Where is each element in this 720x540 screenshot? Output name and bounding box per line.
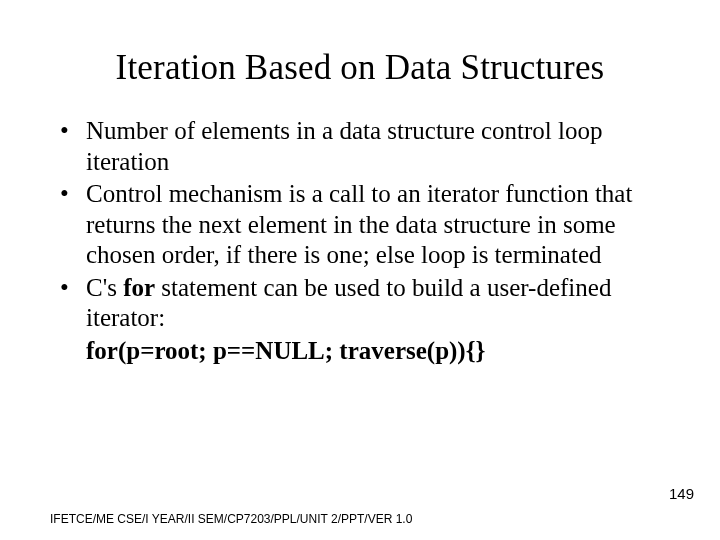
code-line: for(p=root; p==NULL; traverse(p)){} <box>50 336 670 367</box>
page-number: 149 <box>669 485 694 502</box>
bullet-text: C's <box>86 274 123 301</box>
slide-title: Iteration Based on Data Structures <box>50 48 670 88</box>
bullet-item: Number of elements in a data structure c… <box>58 116 670 177</box>
keyword-for: for <box>123 274 155 301</box>
slide: Iteration Based on Data Structures Numbe… <box>0 0 720 540</box>
bullet-item: Control mechanism is a call to an iterat… <box>58 179 670 271</box>
bullet-text: statement can be used to build a user-de… <box>86 274 611 332</box>
footer-text: IFETCE/ME CSE/I YEAR/II SEM/CP7203/PPL/U… <box>50 512 412 526</box>
bullet-list: Number of elements in a data structure c… <box>50 116 670 334</box>
bullet-item: C's for statement can be used to build a… <box>58 273 670 334</box>
